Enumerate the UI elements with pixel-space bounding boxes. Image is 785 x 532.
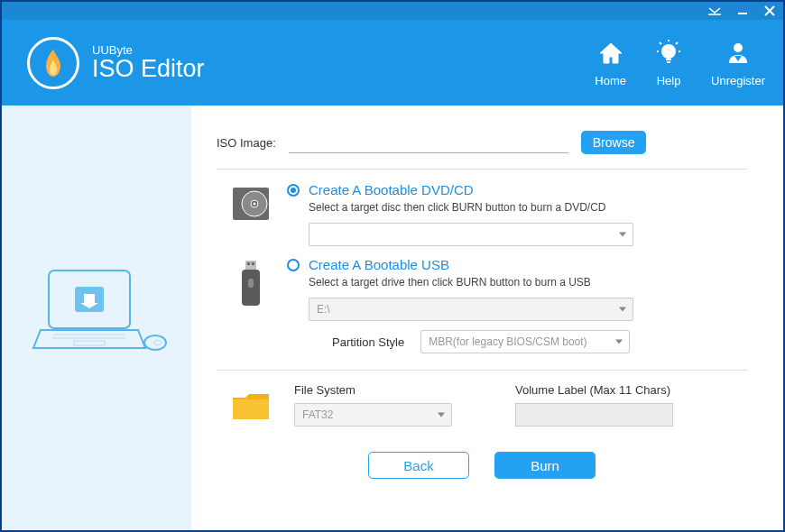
iso-path-input[interactable]: [289, 132, 568, 153]
nav-unregister-label: Unregister: [711, 74, 765, 87]
nav-home[interactable]: Home: [595, 38, 626, 87]
header: UUByte ISO Editor Home Help Unregister: [2, 20, 783, 105]
dvd-target-select[interactable]: [309, 223, 633, 246]
dvd-option-desc: Select a target disc then click BURN but…: [309, 201, 747, 214]
app-title: ISO Editor: [92, 55, 205, 83]
home-icon: [596, 38, 626, 69]
volume-label-input[interactable]: [515, 403, 673, 427]
close-icon[interactable]: [763, 5, 776, 17]
dropdown-icon[interactable]: [707, 6, 722, 15]
svg-point-12: [734, 43, 743, 52]
svg-rect-30: [233, 399, 269, 419]
svg-rect-27: [252, 262, 254, 265]
svg-rect-29: [248, 279, 254, 288]
burn-button[interactable]: Burn: [494, 452, 596, 479]
radio-usb[interactable]: [287, 259, 300, 271]
filesystem-select[interactable]: FAT32: [294, 403, 452, 427]
user-icon: [723, 38, 753, 69]
back-button[interactable]: Back: [368, 452, 469, 479]
dvd-option-title: Create A Bootable DVD/CD: [309, 182, 474, 197]
svg-line-10: [660, 42, 661, 44]
svg-point-18: [144, 335, 166, 350]
svg-point-19: [154, 340, 162, 345]
svg-line-11: [676, 42, 678, 44]
nav-home-label: Home: [595, 74, 626, 87]
svg-rect-17: [74, 341, 105, 345]
sidebar: [2, 105, 191, 530]
svg-point-24: [254, 203, 256, 206]
svg-rect-26: [247, 262, 250, 265]
nav-help-label: Help: [657, 74, 681, 87]
flame-icon: [27, 37, 79, 89]
iso-label: ISO Image:: [217, 136, 276, 150]
titlebar: [2, 2, 783, 20]
minimize-icon[interactable]: [736, 5, 749, 17]
divider: [217, 370, 747, 371]
divider: [217, 169, 747, 170]
browse-button[interactable]: Browse: [581, 131, 647, 154]
main-content: ISO Image: Browse CD/DVD Create A Bootab…: [191, 105, 783, 530]
svg-rect-25: [245, 261, 256, 270]
volume-label-label: Volume Label (Max 11 Chars): [515, 383, 673, 397]
usb-target-select[interactable]: E:\: [309, 298, 633, 321]
header-nav: Home Help Unregister: [595, 38, 765, 87]
laptop-illustration-icon: [24, 251, 169, 386]
svg-point-4: [662, 45, 675, 58]
partition-label: Partition Style: [332, 335, 404, 349]
usb-option-title: Create A Bootable USB: [309, 257, 449, 272]
usb-icon: [231, 257, 271, 353]
filesystem-label: File System: [294, 383, 452, 397]
nav-help[interactable]: Help: [653, 38, 684, 87]
usb-option-desc: Select a target drive then click BURN bu…: [309, 276, 747, 289]
nav-unregister[interactable]: Unregister: [711, 38, 765, 87]
radio-dvd[interactable]: [287, 184, 300, 197]
partition-style-select[interactable]: MBR(for legacy BIOS/CSM boot): [420, 330, 630, 353]
app-logo: UUByte ISO Editor: [27, 37, 595, 89]
bulb-icon: [653, 38, 684, 69]
folder-icon: [231, 383, 271, 423]
cd-dvd-icon: CD/DVD: [231, 182, 271, 250]
